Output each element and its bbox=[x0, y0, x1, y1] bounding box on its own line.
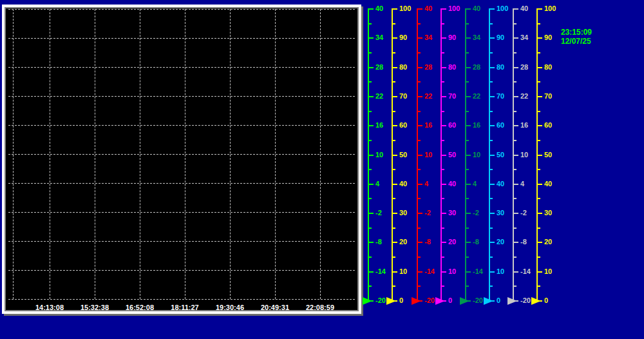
scale-major-tick bbox=[513, 242, 518, 243]
scale-tick-label: 22 bbox=[520, 92, 528, 101]
scale-minor-tick bbox=[392, 198, 395, 199]
scale-tick-label: 70 bbox=[399, 92, 407, 101]
scale-minor-tick bbox=[489, 169, 493, 170]
chart-plot-area[interactable]: 14:13:0815:32:3816:52:0818:11:2719:30:46… bbox=[6, 8, 357, 310]
scale-major-tick bbox=[465, 242, 471, 243]
scale-tick-label: 40 bbox=[520, 5, 528, 13]
scale-major-tick bbox=[513, 125, 518, 126]
scale-minor-tick bbox=[417, 169, 421, 170]
scale-major-tick bbox=[536, 213, 542, 214]
scale-major-tick bbox=[368, 242, 374, 243]
scale-major-tick bbox=[536, 37, 542, 39]
scale-minor-tick bbox=[489, 81, 493, 82]
grid-line-horizontal bbox=[8, 38, 355, 39]
time-axis-label: 15:32:38 bbox=[74, 304, 115, 310]
scale-tick-label: -14 bbox=[473, 267, 483, 276]
scale-minor-tick bbox=[417, 228, 421, 229]
scale-minor-tick bbox=[440, 228, 444, 229]
time-axis-label: 16:52:08 bbox=[119, 304, 160, 310]
scale-minor-tick bbox=[513, 81, 516, 82]
time-axis-label: 20:49:31 bbox=[254, 304, 296, 310]
scale-minor-tick bbox=[465, 228, 469, 229]
time-axis-label: 14:13:08 bbox=[29, 304, 70, 310]
scale-tick-label: 30 bbox=[544, 209, 552, 217]
scale-minor-tick bbox=[440, 23, 444, 24]
scale-minor-tick bbox=[417, 23, 421, 24]
scale-major-tick bbox=[465, 184, 471, 185]
scale-major-tick bbox=[440, 96, 446, 97]
scale-minor-tick bbox=[392, 228, 395, 229]
scale-minor-tick bbox=[440, 169, 444, 170]
scale-minor-tick bbox=[465, 140, 469, 141]
scale-major-tick bbox=[465, 67, 471, 68]
scale-major-tick bbox=[392, 242, 397, 243]
grid-line-horizontal bbox=[8, 67, 355, 68]
scale-tick-label: 30 bbox=[497, 209, 504, 217]
scale-tick-label: 40 bbox=[544, 180, 552, 188]
scale-minor-tick bbox=[368, 140, 372, 141]
scale-minor-tick bbox=[536, 257, 540, 258]
scale-major-tick bbox=[417, 213, 422, 214]
scale-tick-label: 16 bbox=[375, 121, 383, 130]
scale-major-tick bbox=[536, 271, 542, 273]
scale-minor-tick bbox=[536, 198, 540, 199]
scale-minor-tick bbox=[440, 257, 444, 258]
scale-major-tick bbox=[417, 242, 422, 243]
scale-minor-tick bbox=[392, 169, 395, 170]
scale-tick-label: 34 bbox=[473, 34, 480, 42]
scale-minor-tick bbox=[465, 23, 469, 24]
scale-tick-label: -2 bbox=[375, 209, 382, 217]
scale-tick-label: 70 bbox=[448, 92, 456, 101]
scale-major-tick bbox=[392, 125, 397, 126]
grid-line-vertical bbox=[95, 9, 95, 299]
scale-major-tick bbox=[513, 213, 518, 214]
scale-major-tick bbox=[392, 271, 397, 273]
scale-tick-label: 80 bbox=[544, 63, 552, 72]
scale-major-tick bbox=[513, 8, 518, 10]
scale-major-tick bbox=[465, 155, 471, 156]
scale-minor-tick bbox=[440, 286, 444, 287]
scale-minor-tick bbox=[368, 23, 372, 24]
scale-minor-tick bbox=[417, 111, 421, 112]
scale-tick-label: 80 bbox=[448, 63, 456, 72]
scale-tick-label: 10 bbox=[497, 267, 504, 276]
scale-tick-label: 10 bbox=[520, 151, 528, 159]
scale-major-tick bbox=[536, 125, 542, 126]
scale-minor-tick bbox=[440, 52, 444, 53]
scale-major-tick bbox=[489, 271, 495, 273]
scale-major-tick bbox=[368, 271, 374, 273]
grid-line-vertical bbox=[50, 9, 50, 299]
scale-minor-tick bbox=[489, 198, 493, 199]
scale-tick-label: -8 bbox=[473, 238, 479, 246]
scale-tick-label: -20 bbox=[375, 296, 386, 305]
scale-tick-label: -14 bbox=[520, 267, 531, 276]
scale-tick-label: 50 bbox=[399, 151, 407, 159]
scale-major-tick bbox=[489, 96, 495, 97]
scale-major-tick bbox=[489, 8, 495, 10]
time-axis-label: 18:11:27 bbox=[164, 304, 205, 310]
grid-line-horizontal bbox=[8, 125, 355, 126]
scale-minor-tick bbox=[489, 257, 493, 258]
scale-tick-label: 30 bbox=[399, 209, 407, 217]
scale-tick-label: 22 bbox=[424, 92, 432, 101]
scale-tick-label: 4 bbox=[424, 180, 428, 188]
scale-minor-tick bbox=[536, 111, 540, 112]
scale-major-tick bbox=[392, 96, 397, 97]
scale-minor-tick bbox=[440, 140, 444, 141]
scale-minor-tick bbox=[392, 257, 395, 258]
scale-minor-tick bbox=[489, 140, 493, 141]
scale-minor-tick bbox=[368, 257, 372, 258]
scale-tick-label: 60 bbox=[497, 121, 504, 130]
scale-tick-label: 100 bbox=[399, 5, 411, 13]
scale-major-tick bbox=[465, 213, 471, 214]
scale-tick-label: 4 bbox=[375, 180, 379, 188]
scale-minor-tick bbox=[513, 140, 516, 141]
scale-minor-tick bbox=[392, 286, 395, 287]
scale-major-tick bbox=[440, 8, 446, 10]
scale-major-tick bbox=[465, 96, 471, 97]
scale-major-tick bbox=[536, 242, 542, 243]
scale-tick-label: 0 bbox=[497, 296, 500, 305]
scale-tick-label: 20 bbox=[544, 238, 552, 246]
scale-tick-label: 22 bbox=[375, 92, 383, 101]
scale-tick-label: 0 bbox=[448, 296, 452, 305]
